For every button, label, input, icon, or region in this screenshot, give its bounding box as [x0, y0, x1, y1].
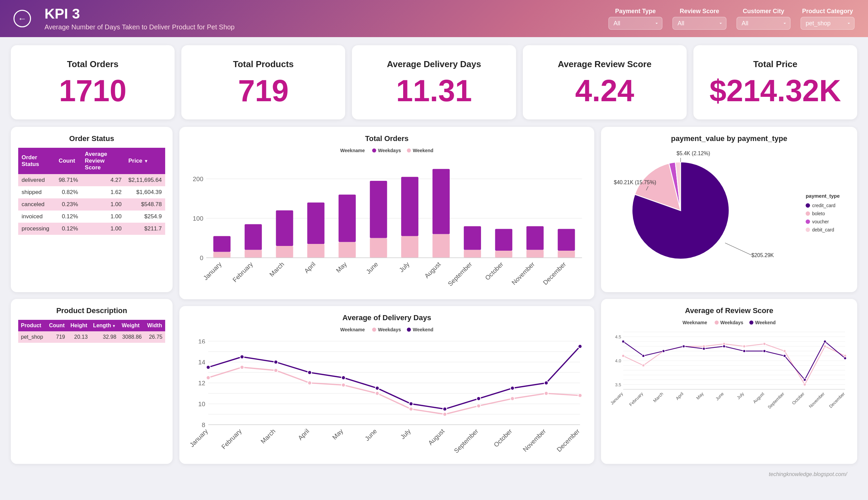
- svg-point-135: [783, 354, 786, 357]
- svg-text:August: August: [752, 391, 765, 404]
- svg-text:$205.29K (80.4%): $205.29K (80.4%): [751, 252, 774, 258]
- delivery-days-svg-container: 810121416JanuaryFebruaryMarchAprilMayJun…: [187, 334, 587, 458]
- weekdays-rev-dot: [715, 320, 719, 325]
- svg-text:February: February: [628, 391, 645, 407]
- svg-rect-16: [307, 202, 324, 244]
- kpi-card-1: Total Products 719: [181, 45, 345, 120]
- kpi-value-1: 719: [238, 76, 289, 106]
- weekend-dot: [407, 148, 411, 152]
- left-panel: Order Status Order Status Count Average …: [11, 127, 173, 464]
- length-cell: 32.98: [90, 331, 119, 343]
- svg-text:$40.21K (15.75%): $40.21K (15.75%): [614, 180, 656, 185]
- avg-review-cell: 1.00: [82, 198, 125, 211]
- filter-label-2: Customer City: [737, 8, 790, 15]
- col-count: Count: [55, 148, 82, 174]
- svg-line-94: [725, 243, 751, 255]
- price-cell: $1,604.39: [125, 186, 165, 198]
- svg-text:April: April: [303, 260, 317, 274]
- filter-group-3: Product CategoryAllpet_shop: [800, 8, 855, 30]
- kpi-label-2: Average Delivery Days: [387, 59, 481, 69]
- svg-point-70: [274, 360, 278, 364]
- pie-legend-item-boleto: boleto: [806, 211, 840, 216]
- svg-point-121: [743, 345, 746, 348]
- table-row: shipped 0.82% 1.62 $1,604.39: [18, 186, 165, 198]
- filter-select-1[interactable]: All12345: [672, 17, 726, 30]
- weekend-rev-dot: [749, 320, 753, 325]
- svg-rect-34: [495, 229, 512, 251]
- product-description-body: pet_shop 719 20.13 32.98 3088.86 26.75: [18, 331, 165, 343]
- svg-point-115: [622, 354, 625, 357]
- svg-point-79: [578, 344, 582, 349]
- payment-chart-card: payment_value by payment_type $205.29K (…: [601, 127, 857, 292]
- svg-rect-37: [527, 226, 544, 250]
- right-panel: payment_value by payment_type $205.29K (…: [601, 127, 857, 464]
- price-cell: $2,11,695.64: [125, 174, 165, 186]
- svg-point-74: [409, 402, 413, 406]
- filter-label-0: Payment Type: [608, 8, 662, 15]
- svg-point-60: [341, 383, 345, 387]
- svg-text:$5.4K (2.12%): $5.4K (2.12%): [677, 150, 710, 156]
- status-cell: delivered: [18, 174, 55, 186]
- status-cell: invoiced: [18, 211, 55, 223]
- svg-point-122: [763, 342, 766, 345]
- svg-point-124: [803, 383, 806, 386]
- page-title: KPI 3: [45, 6, 235, 22]
- svg-point-76: [477, 397, 481, 401]
- count-cell: 0.82%: [55, 186, 82, 198]
- svg-text:April: April: [675, 391, 685, 401]
- svg-text:May: May: [335, 260, 348, 274]
- filter-group-1: Review ScoreAll12345: [672, 8, 726, 30]
- svg-rect-31: [464, 226, 481, 250]
- kpi-label-3: Average Review Score: [558, 59, 652, 69]
- svg-text:12: 12: [198, 380, 205, 387]
- avg-review-cell: 1.00: [82, 223, 125, 235]
- svg-text:8: 8: [202, 421, 205, 429]
- order-status-title: Order Status: [18, 134, 165, 143]
- svg-text:June: June: [365, 260, 379, 275]
- total-orders-svg: 0100200JanuaryFebruaryMarchAprilMayJuneJ…: [187, 155, 587, 292]
- svg-text:4.5: 4.5: [615, 334, 621, 339]
- legend-weekdays-rev: Weekdays: [715, 320, 743, 325]
- filter-select-0[interactable]: Allcredit_cardboletovoucherdebit_card: [608, 17, 662, 30]
- col-price: Price ▼: [125, 148, 165, 174]
- svg-point-137: [823, 340, 826, 343]
- svg-rect-24: [401, 236, 418, 258]
- svg-text:August: August: [427, 428, 446, 447]
- svg-text:0: 0: [200, 254, 203, 261]
- filter-select-3[interactable]: Allpet_shop: [800, 17, 855, 30]
- back-button[interactable]: ←: [13, 10, 31, 27]
- weekdays-del-dot: [372, 328, 376, 332]
- order-status-table: Order Status Count Average Review Score …: [18, 148, 165, 235]
- prod-col-height: Height: [68, 320, 90, 331]
- svg-rect-36: [527, 250, 544, 258]
- pie-legend-dot-boleto: [806, 211, 810, 216]
- review-score-chart-card: Average of Review Score Weekname Weekday…: [601, 299, 857, 464]
- kpi-value-3: 4.24: [575, 76, 634, 106]
- svg-point-73: [375, 386, 379, 390]
- svg-point-69: [240, 355, 244, 359]
- review-score-svg-container: 3.54.04.5JanuaryFebruaryMarchAprilMayJun…: [608, 327, 850, 413]
- svg-text:16: 16: [198, 338, 205, 345]
- filter-select-2[interactable]: All: [737, 17, 790, 30]
- order-status-body: delivered 98.71% 4.27 $2,11,695.64 shipp…: [18, 174, 165, 235]
- svg-point-66: [544, 391, 549, 395]
- price-cell: $254.9: [125, 211, 165, 223]
- svg-text:October: October: [791, 391, 806, 406]
- width-cell: 26.75: [144, 331, 165, 343]
- order-status-header: Order Status Count Average Review Score …: [18, 148, 165, 174]
- table-row: pet_shop 719 20.13 32.98 3088.86 26.75: [18, 331, 165, 343]
- header-title-block: KPI 3 Average Number of Days Taken to De…: [45, 6, 235, 31]
- kpi-card-3: Average Review Score 4.24: [523, 45, 687, 120]
- svg-point-125: [823, 345, 826, 348]
- svg-point-138: [844, 356, 846, 359]
- svg-point-71: [308, 371, 312, 375]
- kpi-row: Total Orders 1710 Total Products 719 Ave…: [11, 45, 857, 120]
- svg-text:August: August: [423, 260, 442, 280]
- pie-legend: payment_type credit_card boleto voucher …: [806, 193, 840, 232]
- price-cell: $548.78: [125, 198, 165, 211]
- svg-text:November: November: [808, 391, 826, 409]
- svg-text:100: 100: [193, 215, 203, 222]
- svg-text:January: January: [188, 428, 209, 449]
- svg-text:March: March: [268, 260, 285, 278]
- review-score-svg: 3.54.04.5JanuaryFebruaryMarchAprilMayJun…: [608, 327, 850, 411]
